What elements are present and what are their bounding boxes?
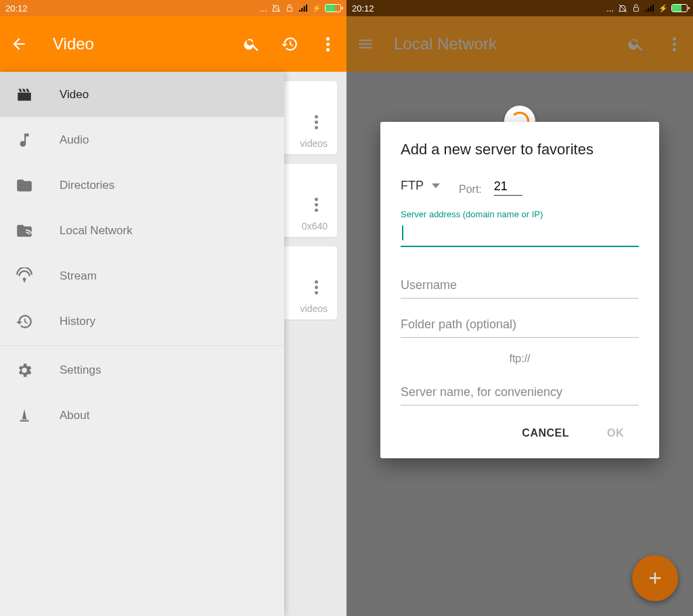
vlc-cone-icon bbox=[15, 406, 34, 425]
menu-button[interactable] bbox=[356, 35, 375, 53]
statusbar-left: 20:12 ... ⚡ bbox=[0, 0, 346, 16]
port-label: Port: bbox=[459, 183, 482, 196]
protocol-value: FTP bbox=[401, 179, 424, 193]
status-time: 20:12 bbox=[5, 3, 28, 14]
appbar-right: Local Network bbox=[346, 16, 693, 72]
drawer-item-video[interactable]: Video bbox=[0, 72, 284, 117]
signal-icon bbox=[298, 3, 309, 14]
screen-local-network: 20:12 ... ⚡ Local Network Add a new serv… bbox=[346, 0, 693, 616]
drawer-item-stream[interactable]: Stream bbox=[0, 253, 284, 299]
lock-icon bbox=[631, 3, 641, 13]
svg-rect-1 bbox=[24, 278, 25, 282]
server-address-field[interactable]: Server address (domain name or IP) bbox=[401, 209, 639, 247]
drawer-label: About bbox=[60, 409, 89, 422]
ok-button[interactable]: OK bbox=[604, 420, 627, 446]
dialog-title: Add a new server to favorites bbox=[401, 141, 639, 158]
stream-icon bbox=[15, 267, 34, 286]
drawer-divider bbox=[0, 345, 284, 346]
drawer-label: History bbox=[60, 315, 95, 328]
nav-drawer: Video Audio Directories Local Network St… bbox=[0, 72, 284, 616]
card-overflow[interactable] bbox=[315, 106, 318, 129]
drawer-item-history[interactable]: History bbox=[0, 299, 284, 344]
search-button[interactable] bbox=[242, 35, 261, 53]
card-overflow[interactable] bbox=[315, 189, 318, 212]
appbar-title: Video bbox=[53, 35, 223, 53]
status-icons: ... ⚡ bbox=[260, 3, 341, 14]
overflow-button[interactable] bbox=[665, 35, 684, 53]
dialog-actions: CANCEL OK bbox=[401, 420, 639, 446]
add-fab[interactable] bbox=[632, 555, 678, 601]
server-address-input[interactable] bbox=[401, 222, 639, 247]
status-icons: ... ⚡ bbox=[606, 3, 688, 14]
gear-icon bbox=[15, 361, 34, 380]
overflow-button[interactable] bbox=[318, 35, 337, 53]
folder-input[interactable] bbox=[401, 313, 639, 338]
text-cursor bbox=[402, 225, 403, 240]
statusbar-right: 20:12 ... ⚡ bbox=[346, 0, 693, 16]
protocol-dropdown[interactable]: FTP bbox=[401, 179, 440, 196]
appbar-title: Local Network bbox=[394, 35, 608, 53]
drawer-label: Settings bbox=[60, 364, 101, 377]
drawer-item-audio[interactable]: Audio bbox=[0, 117, 284, 162]
status-dots: ... bbox=[606, 3, 614, 14]
music-icon bbox=[15, 131, 34, 150]
card-overflow[interactable] bbox=[315, 271, 318, 294]
protocol-row: FTP Port: bbox=[401, 179, 639, 196]
server-name-input[interactable] bbox=[401, 381, 639, 405]
screen-video: 20:12 ... ⚡ Video videos bbox=[0, 0, 346, 616]
history-icon bbox=[15, 312, 34, 331]
drawer-label: Directories bbox=[60, 179, 114, 192]
battery-icon bbox=[325, 4, 341, 12]
lock-icon bbox=[285, 3, 294, 13]
server-name-field[interactable] bbox=[401, 381, 639, 405]
appbar-left: Video bbox=[0, 16, 346, 72]
folder-field[interactable] bbox=[401, 313, 639, 338]
drawer-label: Stream bbox=[60, 269, 97, 283]
username-field[interactable] bbox=[401, 274, 639, 299]
status-time: 20:12 bbox=[352, 3, 374, 14]
status-dots: ... bbox=[260, 3, 267, 14]
drawer-item-directories[interactable]: Directories bbox=[0, 162, 284, 208]
add-server-dialog: Add a new server to favorites FTP Port: … bbox=[380, 122, 659, 458]
drawer-label: Video bbox=[60, 88, 89, 102]
username-input[interactable] bbox=[401, 274, 639, 299]
signal-icon bbox=[644, 3, 655, 14]
drawer-label: Local Network bbox=[60, 224, 133, 238]
battery-icon bbox=[671, 4, 688, 12]
drawer-label: Audio bbox=[60, 133, 89, 147]
alarm-off-icon bbox=[617, 3, 628, 14]
port-input[interactable] bbox=[494, 179, 522, 196]
charging-icon: ⚡ bbox=[312, 4, 321, 13]
cancel-button[interactable]: CANCEL bbox=[519, 420, 572, 446]
card-label: videos bbox=[300, 138, 328, 149]
folder-icon bbox=[15, 176, 34, 195]
drawer-item-local-network[interactable]: Local Network bbox=[0, 208, 284, 253]
svg-rect-0 bbox=[288, 7, 292, 12]
history-button[interactable] bbox=[280, 35, 299, 53]
alarm-off-icon bbox=[271, 3, 282, 14]
network-folder-icon bbox=[15, 221, 34, 240]
server-address-label: Server address (domain name or IP) bbox=[401, 209, 639, 219]
card-label: videos bbox=[300, 303, 328, 314]
back-button[interactable] bbox=[9, 35, 28, 53]
drawer-item-about[interactable]: About bbox=[0, 393, 284, 438]
charging-icon: ⚡ bbox=[658, 4, 668, 13]
url-preview: ftp:// bbox=[401, 353, 639, 365]
svg-rect-2 bbox=[634, 7, 639, 12]
card-label: 0x640 bbox=[302, 221, 328, 232]
clapper-icon bbox=[15, 85, 34, 104]
drawer-item-settings[interactable]: Settings bbox=[0, 347, 284, 393]
chevron-down-icon bbox=[432, 183, 440, 188]
search-button[interactable] bbox=[627, 35, 646, 53]
